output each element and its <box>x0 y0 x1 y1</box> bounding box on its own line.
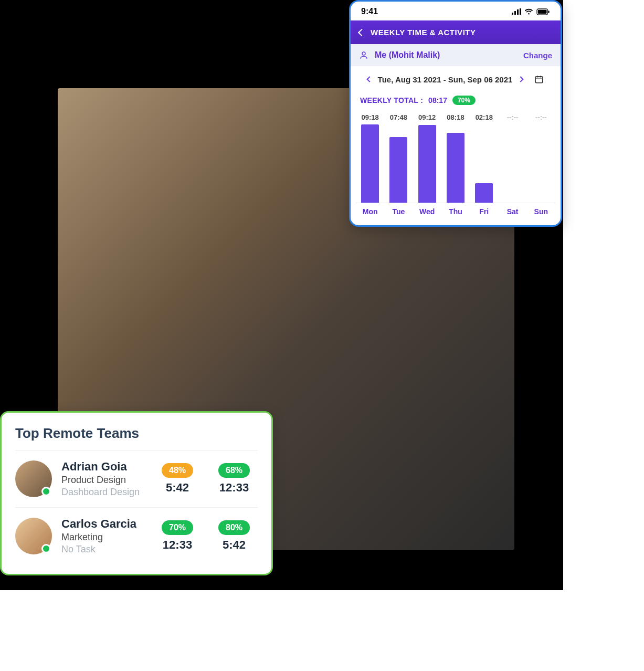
chart-bar[interactable] <box>361 124 379 203</box>
member-role: Marketing <box>61 532 144 543</box>
weekly-total-label: WEEKLY TOTAL : <box>360 96 423 104</box>
chart-value: --:-- <box>498 113 526 121</box>
date-prev-button[interactable] <box>366 76 372 82</box>
chart-value: 02:18 <box>470 113 498 121</box>
wifi-icon <box>524 8 533 15</box>
chart-day: Mon <box>356 207 384 216</box>
back-icon[interactable] <box>358 28 365 36</box>
activity-pct-badge: 70% <box>162 520 193 535</box>
mobile-app-card: 9:41 WEEKLY TIME & ACTIVITY Me (Mohit Ma… <box>349 0 562 227</box>
metric-column: 70% 12:33 <box>154 520 201 552</box>
calendar-icon[interactable] <box>534 75 544 84</box>
date-next-button[interactable] <box>518 76 524 82</box>
metric-column: 68% 12:33 <box>210 463 258 495</box>
weekly-total-row: WEEKLY TOTAL : 08:17 70% <box>351 92 561 111</box>
member-task: No Task <box>61 544 144 555</box>
member-task: Dashboard Design <box>61 487 144 498</box>
person-icon <box>359 50 368 60</box>
battery-icon <box>536 8 550 15</box>
time-value: 5:42 <box>223 538 246 552</box>
time-value: 12:33 <box>219 481 249 495</box>
chart-value: 07:48 <box>384 113 413 121</box>
chart-value-labels: 09:18 07:48 09:12 08:18 02:18 --:-- --:-… <box>356 113 555 121</box>
chart-day: Tue <box>384 207 413 216</box>
chart-day: Wed <box>413 207 441 216</box>
status-bar: 9:41 <box>351 2 561 20</box>
weekly-total-pct-badge: 70% <box>452 96 476 105</box>
top-remote-teams-card: Top Remote Teams Adrian Goia Product Des… <box>0 411 273 575</box>
date-range-text[interactable]: Tue, Aug 31 2021 - Sun, Sep 06 2021 <box>378 75 513 84</box>
chart-value: 09:18 <box>356 113 384 121</box>
chart-day: Sat <box>498 207 526 216</box>
date-range-row: Tue, Aug 31 2021 - Sun, Sep 06 2021 <box>351 66 561 92</box>
chart-bar[interactable] <box>475 183 493 203</box>
chart-bar[interactable] <box>389 137 407 203</box>
chart-bars <box>356 124 555 203</box>
chart-value: --:-- <box>527 113 555 121</box>
metric-column: 48% 5:42 <box>154 463 201 495</box>
user-selector-row: Me (Mohit Malik) Change <box>351 44 561 66</box>
presence-indicator <box>41 544 51 553</box>
member-info: Adrian Goia Product Design Dashboard Des… <box>61 460 144 498</box>
chart-bar[interactable] <box>418 125 436 203</box>
status-time: 9:41 <box>361 7 378 16</box>
member-role: Product Design <box>61 475 144 486</box>
chart-day: Fri <box>470 207 498 216</box>
activity-pct-badge: 68% <box>218 463 250 478</box>
chart-day: Thu <box>441 207 470 216</box>
time-value: 5:42 <box>166 481 189 495</box>
user-name: Me (Mohit Malik) <box>375 50 440 60</box>
cellular-icon <box>512 8 521 15</box>
app-header: WEEKLY TIME & ACTIVITY <box>351 20 561 44</box>
status-icons <box>512 8 550 15</box>
change-user-link[interactable]: Change <box>523 51 552 60</box>
weekly-bar-chart: 09:18 07:48 09:12 08:18 02:18 --:-- --:-… <box>351 111 561 225</box>
weekly-total-time: 08:17 <box>428 96 447 104</box>
time-value: 12:33 <box>163 538 192 552</box>
svg-rect-4 <box>536 77 543 83</box>
avatar-wrap <box>15 518 52 554</box>
avatar-wrap <box>15 460 52 497</box>
team-member-row[interactable]: Adrian Goia Product Design Dashboard Des… <box>15 450 258 508</box>
presence-indicator <box>41 487 51 496</box>
member-name: Adrian Goia <box>61 460 144 474</box>
chart-value: 08:18 <box>441 113 470 121</box>
svg-point-3 <box>362 52 365 55</box>
member-name: Carlos Garcia <box>61 517 144 531</box>
svg-rect-2 <box>548 11 549 13</box>
metric-column: 80% 5:42 <box>210 520 258 552</box>
activity-pct-badge: 80% <box>218 520 250 535</box>
chart-bar[interactable] <box>447 133 464 203</box>
svg-rect-1 <box>538 9 547 13</box>
chart-day-labels: Mon Tue Wed Thu Fri Sat Sun <box>356 207 555 216</box>
team-member-row[interactable]: Carlos Garcia Marketing No Task 70% 12:3… <box>15 508 258 564</box>
member-info: Carlos Garcia Marketing No Task <box>61 517 144 555</box>
app-header-title: WEEKLY TIME & ACTIVITY <box>371 28 476 37</box>
activity-pct-badge: 48% <box>162 463 193 478</box>
teams-card-title: Top Remote Teams <box>15 425 258 450</box>
chart-value: 09:12 <box>413 113 441 121</box>
chart-day: Sun <box>527 207 555 216</box>
